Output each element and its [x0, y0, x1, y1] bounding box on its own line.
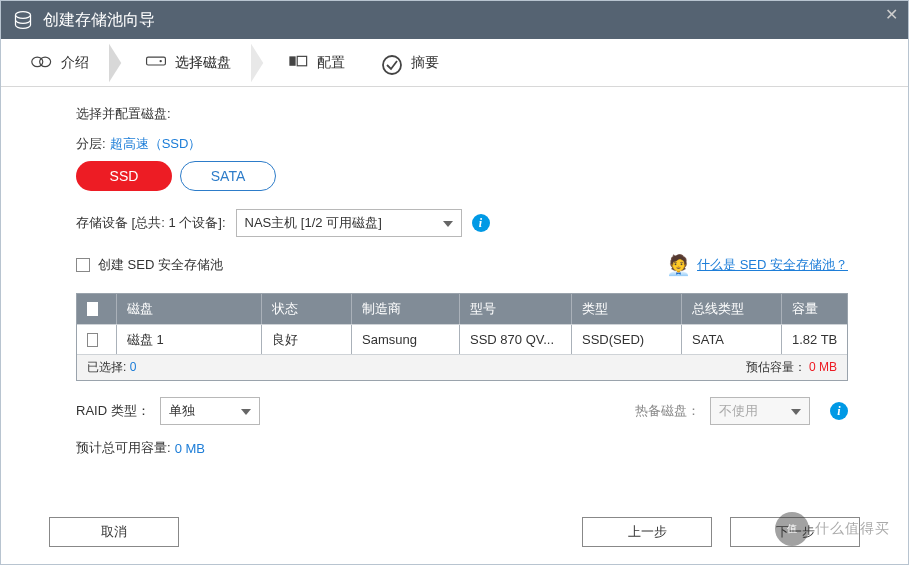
- svg-rect-3: [147, 57, 166, 65]
- step-summary[interactable]: 摘要: [381, 54, 439, 72]
- intro-icon: [31, 54, 53, 72]
- estimated-label: 预估容量：: [746, 360, 806, 374]
- sed-checkbox[interactable]: [76, 258, 90, 272]
- chevron-right-icon: [249, 39, 269, 87]
- svg-rect-6: [297, 56, 306, 65]
- col-disk[interactable]: 磁盘: [117, 294, 262, 324]
- cell-type: SSD(SED): [572, 325, 682, 354]
- summary-icon: [381, 54, 403, 72]
- device-select[interactable]: NAS主机 [1/2 可用磁盘]: [236, 209, 462, 237]
- svg-point-7: [383, 56, 401, 74]
- device-label: 存储设备 [总共: 1 个设备]:: [76, 214, 226, 232]
- step-label: 选择磁盘: [175, 54, 231, 72]
- select-all-checkbox[interactable]: [87, 302, 98, 316]
- disk-icon: [145, 54, 167, 72]
- hotspare-label: 热备磁盘：: [635, 402, 700, 420]
- disk-type-tabs: SSD SATA: [76, 161, 848, 191]
- col-status[interactable]: 状态: [262, 294, 352, 324]
- storage-pool-icon: [13, 10, 33, 30]
- disk-table: 磁盘 状态 制造商 型号 类型 总线类型 容量 磁盘 1 良好 Samsung …: [76, 293, 848, 381]
- svg-point-2: [40, 57, 51, 66]
- estimated-value: 0 MB: [809, 360, 837, 374]
- cancel-button[interactable]: 取消: [49, 517, 179, 547]
- window-title: 创建存储池向导: [43, 10, 155, 31]
- step-select-disk[interactable]: 选择磁盘: [145, 54, 231, 72]
- table-footer: 已选择: 0 预估容量： 0 MB: [77, 354, 847, 380]
- next-button[interactable]: 下一步: [730, 517, 860, 547]
- configure-icon: [287, 54, 309, 72]
- select-disk-heading: 选择并配置磁盘:: [76, 105, 171, 123]
- total-capacity-value: 0 MB: [175, 441, 205, 456]
- tier-label: 分层:: [76, 135, 106, 153]
- cell-disk: 磁盘 1: [117, 325, 262, 354]
- total-capacity-label: 预计总可用容量:: [76, 439, 171, 457]
- selected-count: 0: [130, 360, 137, 374]
- sed-checkbox-group: 创建 SED 安全存储池: [76, 256, 223, 274]
- footer: 取消 上一步 下一步: [1, 500, 908, 564]
- step-configure[interactable]: 配置: [287, 54, 345, 72]
- step-label: 配置: [317, 54, 345, 72]
- tier-link[interactable]: 超高速（SSD）: [110, 135, 202, 153]
- svg-point-4: [160, 59, 162, 61]
- step-intro[interactable]: 介绍: [31, 54, 89, 72]
- tab-sata[interactable]: SATA: [180, 161, 276, 191]
- titlebar: 创建存储池向导 ✕: [1, 1, 908, 39]
- col-type[interactable]: 类型: [572, 294, 682, 324]
- selected-label: 已选择:: [87, 360, 126, 374]
- info-icon[interactable]: i: [830, 402, 848, 420]
- cell-vendor: Samsung: [352, 325, 460, 354]
- raid-label: RAID 类型：: [76, 402, 150, 420]
- cell-bus: SATA: [682, 325, 782, 354]
- content-area: 选择并配置磁盘: 分层: 超高速（SSD） SSD SATA 存储设备 [总共:…: [1, 87, 908, 457]
- col-bus[interactable]: 总线类型: [682, 294, 782, 324]
- hotspare-select: 不使用: [710, 397, 810, 425]
- help-mascot-icon: 🧑‍💼: [666, 253, 691, 277]
- tab-ssd[interactable]: SSD: [76, 161, 172, 191]
- svg-rect-5: [289, 56, 295, 65]
- cell-model: SSD 870 QV...: [460, 325, 572, 354]
- info-icon[interactable]: i: [472, 214, 490, 232]
- prev-button[interactable]: 上一步: [582, 517, 712, 547]
- raid-select[interactable]: 单独: [160, 397, 260, 425]
- step-label: 介绍: [61, 54, 89, 72]
- cell-capacity: 1.82 TB: [782, 325, 847, 354]
- cell-status: 良好: [262, 325, 352, 354]
- table-header: 磁盘 状态 制造商 型号 类型 总线类型 容量: [77, 294, 847, 324]
- col-vendor[interactable]: 制造商: [352, 294, 460, 324]
- row-checkbox[interactable]: [87, 333, 98, 347]
- col-capacity[interactable]: 容量: [782, 294, 847, 324]
- close-icon[interactable]: ✕: [885, 5, 898, 24]
- svg-point-0: [16, 12, 31, 19]
- wizard-window: 创建存储池向导 ✕ 介绍 选择磁盘 配置 摘要 选择并配置磁盘: 分层: 超高速…: [0, 0, 909, 565]
- col-model[interactable]: 型号: [460, 294, 572, 324]
- wizard-steps: 介绍 选择磁盘 配置 摘要: [1, 39, 908, 87]
- sed-checkbox-label: 创建 SED 安全存储池: [98, 256, 223, 274]
- table-row[interactable]: 磁盘 1 良好 Samsung SSD 870 QV... SSD(SED) S…: [77, 324, 847, 354]
- chevron-right-icon: [107, 39, 127, 87]
- step-label: 摘要: [411, 54, 439, 72]
- sed-help-link[interactable]: 什么是 SED 安全存储池？: [697, 256, 848, 274]
